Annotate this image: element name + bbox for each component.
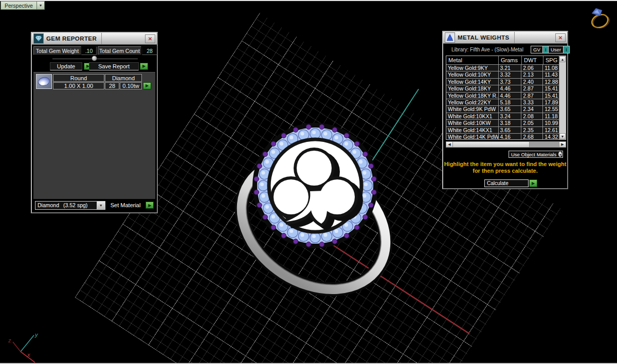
material-combo-arrow-icon[interactable]: ▼ bbox=[97, 202, 105, 209]
gem-shape-header: Round bbox=[53, 74, 104, 82]
gem-reporter-panel: GEM REPORTER ✕ Total Gem Weight .10 Tota… bbox=[31, 32, 158, 213]
instruction-line-1: Highlight the item you want to find the … bbox=[443, 161, 567, 167]
metal-row[interactable]: White Gold:14K PdW4.162.6814.32 bbox=[446, 134, 559, 139]
gem-reporter-titlebar[interactable]: GEM REPORTER ✕ bbox=[32, 33, 157, 45]
total-gem-count-value: 28 bbox=[142, 46, 157, 55]
axis-gizmo: y z x bbox=[8, 332, 39, 362]
save-report-run-icon[interactable]: ▶ bbox=[140, 63, 148, 70]
set-material-run-icon[interactable]: ▶ bbox=[146, 202, 154, 209]
gv-button-label: GV bbox=[531, 46, 542, 53]
calculate-run-icon[interactable]: ▶ bbox=[529, 179, 537, 187]
total-gem-weight-value: .10 bbox=[81, 46, 97, 55]
metal-row[interactable]: Yellow Gold:22KY5.183.3317.89 bbox=[446, 99, 559, 106]
gem-thumbnail bbox=[36, 74, 52, 89]
metal-row[interactable]: Yellow Gold:18KY4.462.8715.41 bbox=[446, 85, 559, 92]
metal-weights-close-icon[interactable]: ✕ bbox=[555, 33, 566, 42]
material-name: Diamond bbox=[35, 202, 61, 208]
metal-row[interactable]: Yellow Gold:14KY3.732.4012.88 bbox=[446, 79, 559, 85]
metal-row[interactable]: White Gold:10KW3.182.0510.99 bbox=[446, 120, 559, 126]
metal-row[interactable]: Yellow Gold:18KY R...4.462.8715.41 bbox=[446, 93, 559, 99]
user-button-label: User bbox=[549, 46, 563, 53]
splitter-handle[interactable] bbox=[92, 56, 97, 61]
metal-table-vscrollbar[interactable]: ▲ ▼ bbox=[559, 56, 566, 139]
column-grams: Grams bbox=[499, 56, 522, 64]
gem-image bbox=[37, 76, 50, 87]
metal-row[interactable]: Yellow Gold:10KY3.322.1311.43 bbox=[446, 71, 559, 78]
material-combobox[interactable]: Diamond (3.52 spg) ▼ bbox=[35, 201, 105, 210]
material-row: Diamond (3.52 spg) ▼ Set Material ▶ bbox=[32, 199, 157, 211]
set-material-button[interactable]: Set Material bbox=[111, 202, 141, 208]
scroll-left-icon[interactable]: ◀ bbox=[446, 142, 453, 147]
metal-weights-titlebar[interactable]: METAL WEIGHTS ✕ bbox=[443, 32, 567, 44]
update-button[interactable]: Update bbox=[50, 62, 82, 70]
gem-material-header: Diamond bbox=[105, 74, 142, 82]
material-spg: (3.52 spg) bbox=[61, 202, 89, 208]
total-gem-count-label: Total Gem Count bbox=[98, 46, 141, 55]
scroll-up-icon[interactable]: ▲ bbox=[559, 56, 566, 62]
y-axis-line bbox=[370, 89, 419, 165]
hscroll-thumb[interactable] bbox=[453, 142, 530, 147]
scroll-down-icon[interactable]: ▼ bbox=[559, 133, 566, 139]
titlebar-divider bbox=[101, 33, 142, 44]
gem-reporter-close-icon[interactable]: ✕ bbox=[145, 34, 155, 43]
app-ring-icon bbox=[590, 8, 611, 31]
gem-list-area: Round Diamond 1.00 X 1.00 28 0.10tw ▶ bbox=[33, 72, 155, 199]
total-gem-weight-label: Total Gem Weight bbox=[33, 46, 81, 55]
instruction-line-2: for then press calculate. bbox=[443, 168, 567, 174]
x-axis-line bbox=[330, 243, 469, 334]
gem-row-run-icon[interactable]: ▶ bbox=[143, 82, 151, 89]
save-report-button[interactable]: Save Report bbox=[89, 62, 139, 70]
user-indicator: I bbox=[563, 46, 569, 53]
user-button[interactable]: User I bbox=[548, 46, 570, 53]
metal-table: Metal Grams DWT SPG Yellow Gold:9KY3.212… bbox=[446, 56, 566, 140]
gv-button[interactable]: GV I bbox=[531, 46, 549, 53]
use-object-materials-label: Use Object Materials bbox=[509, 152, 558, 157]
viewport-name-label: Perspective bbox=[1, 2, 37, 9]
column-metal: Metal bbox=[446, 56, 499, 64]
scroll-right-icon[interactable]: ▶ bbox=[559, 142, 566, 147]
metal-row[interactable]: White Gold:14KX13.652.3512.61 bbox=[446, 127, 559, 134]
gv-indicator: I bbox=[542, 46, 549, 53]
materials-combo-arrow-icon[interactable]: ▾ bbox=[558, 152, 562, 157]
axis-label-z: z bbox=[8, 337, 11, 343]
library-label: Library: Fifth Ave - (Slow)-Metal bbox=[451, 47, 523, 52]
gem-reporter-title: GEM REPORTER bbox=[46, 35, 97, 42]
gem-count-cell: 28 bbox=[105, 82, 119, 89]
axis-label-x: x bbox=[27, 352, 30, 358]
calculate-button[interactable]: Calculate bbox=[484, 179, 529, 187]
metal-table-header: Metal Grams DWT SPG bbox=[446, 56, 559, 65]
viewport-title-tab[interactable]: Perspective ▼ bbox=[1, 1, 45, 10]
metal-row[interactable]: White Gold:9K PdW3.652.3412.55 bbox=[446, 106, 559, 113]
metal-table-hscrollbar[interactable]: ◀ ▶ bbox=[446, 141, 566, 148]
metal-row[interactable]: White Gold:10KX13.242.0811.18 bbox=[446, 113, 559, 120]
metal-weights-icon bbox=[445, 32, 455, 43]
gem-weight-cell: 0.10tw bbox=[120, 82, 142, 89]
metal-weights-panel: METAL WEIGHTS ✕ Library: Fifth Ave - (Sl… bbox=[442, 31, 568, 189]
metal-weights-title: METAL WEIGHTS bbox=[458, 34, 510, 41]
metal-table-rows: Yellow Gold:9KY3.212.0611.08Yellow Gold:… bbox=[446, 65, 559, 139]
titlebar-divider bbox=[514, 32, 553, 43]
axis-label-y: y bbox=[34, 332, 39, 338]
metal-row[interactable]: Yellow Gold:9KY3.212.0611.08 bbox=[446, 65, 559, 71]
use-object-materials-combobox[interactable]: Use Object Materials ▾ bbox=[509, 151, 563, 158]
gem-size-cell: 1.00 X 1.00 bbox=[53, 82, 104, 89]
window-top-edge bbox=[0, 0, 617, 1]
column-dwt: DWT bbox=[522, 56, 543, 64]
viewport-dropdown-icon[interactable]: ▼ bbox=[37, 2, 44, 9]
gem-reporter-icon bbox=[33, 33, 44, 44]
column-spg: SPG bbox=[543, 56, 559, 64]
